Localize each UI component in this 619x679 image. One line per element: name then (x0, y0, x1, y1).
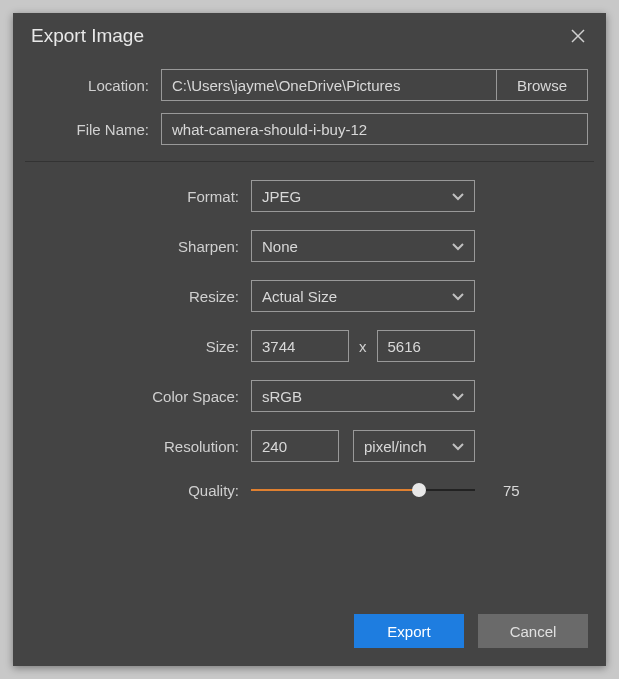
format-row: Format: JPEG (31, 180, 588, 212)
resize-row: Resize: Actual Size (31, 280, 588, 312)
resolution-unit-select[interactable]: pixel/inch (353, 430, 475, 462)
location-label: Location: (31, 77, 161, 94)
slider-thumb[interactable] (412, 483, 426, 497)
close-button[interactable] (568, 26, 588, 46)
height-input[interactable] (377, 330, 475, 362)
colorspace-label: Color Space: (31, 388, 251, 405)
sharpen-row: Sharpen: None (31, 230, 588, 262)
divider (25, 161, 594, 162)
filename-input[interactable] (161, 113, 588, 145)
filename-row: File Name: (13, 107, 606, 151)
resolution-row: Resolution: pixel/inch (31, 430, 588, 462)
size-label: Size: (31, 338, 251, 355)
export-button[interactable]: Export (354, 614, 464, 648)
colorspace-select[interactable]: sRGB (251, 380, 475, 412)
quality-row: Quality: 75 (31, 480, 588, 500)
filename-label: File Name: (31, 121, 161, 138)
location-input[interactable] (161, 69, 496, 101)
title-bar: Export Image (13, 13, 606, 63)
location-row: Location: Browse (13, 63, 606, 107)
export-dialog: Export Image Location: Browse File Name:… (13, 13, 606, 666)
footer: Export Cancel (13, 598, 606, 666)
resize-label: Resize: (31, 288, 251, 305)
resolution-label: Resolution: (31, 438, 251, 455)
cancel-button[interactable]: Cancel (478, 614, 588, 648)
slider-fill (251, 489, 419, 491)
settings-panel: Format: JPEG Sharpen: None Resize: Actua… (13, 180, 606, 518)
size-separator: x (359, 338, 367, 355)
resize-select[interactable]: Actual Size (251, 280, 475, 312)
browse-button[interactable]: Browse (496, 69, 588, 101)
dialog-title: Export Image (31, 25, 144, 47)
format-select[interactable]: JPEG (251, 180, 475, 212)
quality-label: Quality: (31, 482, 251, 499)
spacer (13, 518, 606, 598)
format-label: Format: (31, 188, 251, 205)
width-input[interactable] (251, 330, 349, 362)
size-row: Size: x (31, 330, 588, 362)
sharpen-select[interactable]: None (251, 230, 475, 262)
resolution-input[interactable] (251, 430, 339, 462)
quality-slider[interactable] (251, 480, 475, 500)
sharpen-label: Sharpen: (31, 238, 251, 255)
quality-value: 75 (503, 482, 520, 499)
colorspace-row: Color Space: sRGB (31, 380, 588, 412)
close-icon (571, 29, 585, 43)
